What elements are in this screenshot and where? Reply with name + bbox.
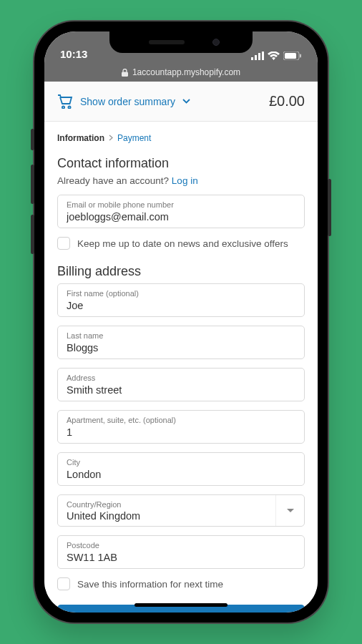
last-name-label: Last name [67, 331, 295, 340]
address-input[interactable] [67, 384, 295, 396]
country-field[interactable]: Country/Region United Kingdom [57, 494, 305, 527]
svg-rect-3 [262, 52, 264, 60]
wifi-icon [268, 52, 280, 60]
chevron-right-icon [109, 133, 113, 143]
chevron-down-icon [182, 99, 190, 104]
country-dropdown-caret[interactable] [275, 495, 304, 526]
news-optin-row[interactable]: Keep me up to date on news and exclusive… [57, 237, 305, 250]
postcode-label: Postcode [67, 541, 295, 550]
svg-point-9 [68, 106, 70, 108]
postcode-field[interactable]: Postcode [57, 535, 305, 569]
lock-icon [122, 69, 128, 77]
home-indicator[interactable] [134, 603, 228, 607]
first-name-input[interactable] [67, 300, 295, 311]
last-name-field[interactable]: Last name [57, 326, 305, 359]
cellular-icon [251, 52, 264, 60]
breadcrumb-current: Information [57, 133, 104, 143]
save-info-label: Save this information for next time [77, 579, 223, 590]
page-content: Show order summary £0.00 Information Pay… [44, 82, 318, 613]
save-info-row[interactable]: Save this information for next time [57, 577, 305, 590]
address-label: Address [67, 374, 295, 382]
first-name-field[interactable]: First name (optional) [57, 283, 305, 317]
screen: 10:13 1accountapp.myshopify.com Show ord… [44, 31, 318, 613]
battery-icon [283, 52, 302, 60]
city-field[interactable]: City [57, 452, 305, 486]
browser-url-bar[interactable]: 1accountapp.myshopify.com [44, 63, 318, 82]
phone-frame: 10:13 1accountapp.myshopify.com Show ord… [34, 21, 328, 623]
front-camera [212, 39, 220, 46]
apartment-label: Apartment, suite, etc. (optional) [67, 416, 295, 424]
svg-rect-2 [258, 53, 260, 60]
cart-icon [57, 94, 73, 109]
volume-down-button [31, 215, 34, 254]
email-field[interactable]: Email or mobile phone number [57, 195, 305, 228]
account-prompt: Already have an account? Log in [57, 175, 305, 186]
save-info-checkbox[interactable] [57, 577, 70, 590]
order-summary-toggle[interactable]: Show order summary £0.00 [44, 82, 318, 122]
svg-rect-1 [255, 55, 257, 60]
city-input[interactable] [67, 469, 295, 480]
news-optin-checkbox[interactable] [57, 237, 70, 250]
last-name-input[interactable] [67, 342, 295, 353]
billing-heading: Billing address [57, 264, 305, 279]
volume-up-button [31, 165, 34, 204]
email-input[interactable] [67, 211, 295, 223]
svg-point-8 [62, 106, 64, 108]
status-time: 10:13 [60, 48, 87, 60]
status-right [251, 52, 302, 60]
svg-rect-0 [251, 57, 253, 60]
address-field[interactable]: Address [57, 368, 305, 401]
apartment-field[interactable]: Apartment, suite, etc. (optional) [57, 410, 305, 444]
order-total: £0.00 [269, 93, 305, 109]
mute-switch [31, 129, 34, 150]
order-summary-label: Show order summary [80, 96, 175, 107]
city-label: City [67, 458, 295, 467]
country-value: United Kingdom [67, 510, 295, 522]
breadcrumb: Information Payment [57, 133, 305, 143]
caret-down-icon [287, 509, 294, 513]
svg-rect-6 [300, 54, 301, 58]
url-host: 1accountapp.myshopify.com [132, 67, 240, 77]
svg-rect-5 [285, 53, 296, 59]
country-label: Country/Region [67, 500, 295, 509]
contact-heading: Contact information [57, 156, 305, 171]
power-button [328, 179, 331, 236]
svg-rect-7 [122, 72, 128, 77]
email-label: Email or mobile phone number [67, 200, 295, 209]
speaker-grille [149, 40, 185, 44]
notch [109, 31, 253, 53]
news-optin-label: Keep me up to date on news and exclusive… [77, 238, 288, 249]
first-name-label: First name (optional) [67, 289, 295, 298]
postcode-input[interactable] [67, 552, 295, 563]
apartment-input[interactable] [67, 426, 295, 438]
breadcrumb-next[interactable]: Payment [117, 133, 151, 143]
login-link[interactable]: Log in [172, 175, 198, 186]
